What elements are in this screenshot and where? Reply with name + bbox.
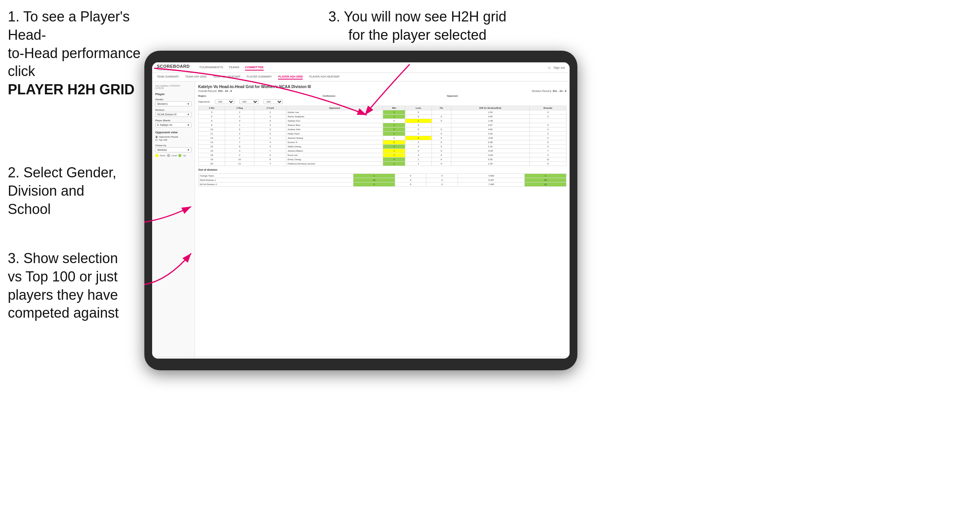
sign-out-button[interactable]: Sign out	[554, 65, 565, 70]
table-row: 5 2 2 Alexis Sudjianto 1 0 0 4.00 3	[199, 115, 566, 119]
conf-filter-select[interactable]: (All)	[239, 99, 259, 104]
undo-button[interactable]: ↩	[155, 359, 160, 359]
cell-div: 9	[199, 123, 225, 127]
content-area: Last Updated: 27/03/202416:55:38 Player …	[152, 81, 570, 357]
cell-name: Esther Lee	[286, 110, 383, 115]
cell-diff: 1.33	[451, 162, 529, 166]
cell-diff: 3.33	[451, 132, 529, 136]
player-rank-select[interactable]: 8. Katelyn Vo ▼	[155, 122, 192, 127]
out-div-row: Foreign Team 1 0 0 4.500 2	[199, 174, 566, 178]
subnav-player-h2h-grid[interactable]: PLAYER H2H GRID	[278, 74, 303, 80]
radio-opponents-played[interactable]: Opponents Played	[155, 136, 192, 138]
cell-div: 19	[199, 157, 225, 162]
undo2-button[interactable]: ↩	[161, 359, 165, 359]
gender-select[interactable]: Women's ▼	[155, 101, 192, 106]
instruction-top-right: 3. You will now see H2H gridfor the play…	[320, 8, 515, 44]
cell-diff: 4.00	[451, 127, 529, 132]
gender-label: Gender	[155, 98, 192, 101]
region-filter-select[interactable]: (All)	[215, 99, 234, 104]
refresh-button[interactable]: ↻	[185, 359, 189, 359]
colour-by-select[interactable]: Win/loss ▼	[155, 147, 192, 152]
table-row: 19 10 6 Emily Chang 4 1 0 0.30 11	[199, 157, 566, 162]
table-row: 11 2 5 Heejo Hyun 1 0 0 3.33 3	[199, 132, 566, 136]
subnav-player-summary[interactable]: PLAYER SUMMARY	[247, 74, 272, 80]
paste-button[interactable]: 📋	[178, 359, 183, 359]
cell-name: NAIA Division 1	[199, 178, 353, 182]
cell-div: 5	[199, 115, 225, 119]
colour-by-label: Colour by	[155, 144, 192, 147]
cell-div: 15	[199, 145, 225, 149]
cell-reg: 1	[225, 123, 254, 127]
cell-tie: 0	[431, 136, 451, 140]
cell-tie	[431, 110, 451, 115]
radio-dot-top100	[155, 139, 158, 141]
cell-diff: 4.00	[451, 115, 529, 119]
colour-up-label: Up	[183, 154, 186, 157]
opp-filter-select[interactable]: (All)	[263, 99, 283, 104]
division-select[interactable]: NCAA Division III ▼	[155, 112, 192, 117]
cell-loss: 0	[405, 115, 431, 119]
cell-win: 1	[383, 115, 405, 119]
cell-tie: 0	[431, 157, 451, 162]
cell-name: Eunice Yi	[286, 140, 383, 145]
cell-diff: -3.00	[451, 136, 529, 140]
cell-rounds: 4	[529, 145, 566, 149]
player-rank-label: Player (Rank)	[155, 119, 192, 122]
out-of-division-table: Foreign Team 1 0 0 4.500 2 NAIA Division…	[198, 173, 566, 187]
cell-diff: 1.25	[451, 145, 529, 149]
instruction-bottom-left: 3. Show selection vs Top 100 or just pla…	[8, 249, 148, 322]
cell-loss: 0	[405, 145, 431, 149]
cell-conf: 1	[254, 136, 286, 140]
cell-win: 1	[383, 153, 405, 157]
cell-diff: 9.267	[458, 178, 524, 182]
table-row: 20 11 7 Federica Domecq Lacroze 2 1 0 1.…	[199, 162, 566, 166]
table-row: 15 8 5 Stella Cheng 1 0 0 1.25 4	[199, 145, 566, 149]
cell-conf: 7	[254, 149, 286, 153]
record-row: Overall Record: 353 - 34 - 6 Division Re…	[198, 90, 566, 92]
filter-region-label: Region	[198, 95, 318, 97]
cell-conf: 1	[254, 110, 286, 115]
cell-div: 14	[199, 140, 225, 145]
cell-tie: 0	[431, 145, 451, 149]
colour-down-label: Down	[160, 154, 165, 157]
cell-div: 6	[199, 119, 225, 123]
cell-reg: 2	[225, 153, 254, 157]
radio-dot-opponents	[155, 136, 158, 138]
cell-div: 3	[199, 110, 225, 115]
subnav-player-h2h-heatmap[interactable]: PLAYER H2H HEATMAP	[309, 74, 339, 80]
cell-diff: -0.94	[451, 149, 529, 153]
sub-nav: TEAM SUMMARY TEAM H2H GRID TEAM H2H HEAT…	[152, 73, 570, 81]
subnav-team-h2h-grid[interactable]: TEAM H2H GRID	[185, 74, 207, 80]
opponents-filter-row: Opponents: (All) (All) (All)	[198, 99, 566, 104]
cell-rounds: 2	[525, 174, 566, 178]
subnav-team-summary[interactable]: TEAM SUMMARY	[157, 74, 179, 80]
cell-tie: 0	[431, 127, 451, 132]
opponent-radio-group: Opponents Played Top 100	[155, 136, 192, 141]
cell-reg: 7	[225, 140, 254, 145]
toolbar-sep3	[240, 358, 241, 359]
cell-conf: 5	[254, 132, 286, 136]
cell-loss: 3	[405, 153, 431, 157]
cell-div: 20	[199, 162, 225, 166]
cell-rounds: 30	[525, 178, 566, 182]
nav-tournaments[interactable]: TOURNAMENTS	[199, 65, 223, 71]
cell-diff: -5.00	[451, 153, 529, 157]
cell-rounds: 4	[529, 110, 566, 115]
table-row: 3 1 1 Esther Lee 1 0 1.50 4	[199, 110, 566, 115]
cell-rounds: 9	[529, 140, 566, 145]
cell-loss: 1	[405, 119, 431, 123]
filter-opp-label: Opponent	[447, 95, 566, 97]
th-div: # Div	[199, 106, 225, 110]
nav-committee[interactable]: COMMITTEE	[245, 65, 264, 71]
cell-loss: 1	[405, 157, 431, 162]
colour-down-dot	[155, 154, 158, 157]
copy-button[interactable]: ⧉	[173, 359, 177, 359]
division-label: Division	[155, 109, 192, 111]
subnav-team-h2h-heatmap[interactable]: TEAM H2H HEATMAP	[213, 74, 241, 80]
radio-top100[interactable]: Top 100	[155, 139, 192, 141]
nav-teams[interactable]: TEAMS	[229, 65, 240, 71]
redo-button[interactable]: ↪	[167, 359, 171, 359]
cell-name: Federica Domecq Lacroze	[286, 162, 383, 166]
cell-win: 2	[383, 162, 405, 166]
bottom-toolbar: ↩ ↩ ↪ ⧉ 📋 ↻ View: Original Save Custom V…	[152, 357, 570, 359]
